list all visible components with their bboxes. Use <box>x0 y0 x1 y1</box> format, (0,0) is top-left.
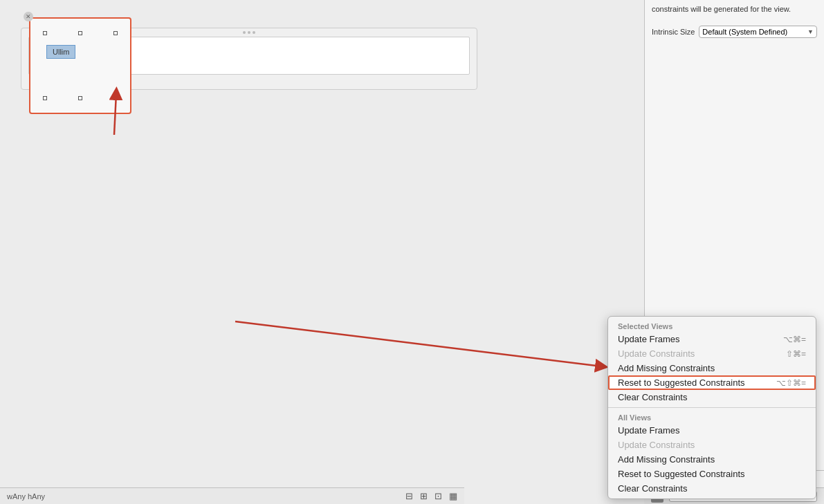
menu-item-clear-constraints[interactable]: Clear Constraints <box>608 390 816 404</box>
panel-info-text: constraints will be generated for the vi… <box>645 0 824 19</box>
intrinsic-label: Intrinsic Size <box>652 28 695 36</box>
handle-br <box>113 96 118 100</box>
size-label: wAny hAny <box>7 492 45 501</box>
menu-item-update-frames-shortcut: ⌥⌘= <box>783 335 806 344</box>
menu-item-update-constraints-label: Update Constraints <box>618 348 695 359</box>
intrinsic-size-row: Intrinsic Size Default (System Defined) … <box>645 23 824 44</box>
menu-item-all-update-constraints: Update Constraints <box>608 438 816 452</box>
menu-item-reset-suggested-shortcut: ⌥⇧⌘= <box>776 378 806 388</box>
menu-item-all-reset-suggested-label: Reset to Suggested Constraints <box>618 469 745 479</box>
intrinsic-select[interactable]: Default (System Defined) ▼ <box>699 26 817 38</box>
selected-element[interactable]: Ullim <box>46 45 75 59</box>
align-left-icon[interactable]: ⊟ <box>405 491 413 501</box>
handle-bl <box>43 96 47 100</box>
menu-item-all-add-missing-label: Add Missing Constraints <box>618 454 715 465</box>
menu-item-all-update-constraints-label: Update Constraints <box>618 440 695 450</box>
selected-thumbnail[interactable]: ✕ Ullim <box>29 17 131 114</box>
menu-item-update-constraints-shortcut: ⇧⌘= <box>786 349 806 359</box>
menu-item-all-reset-suggested[interactable]: Reset to Suggested Constraints <box>608 467 816 481</box>
align-right-icon[interactable]: ⊡ <box>434 491 442 501</box>
menu-item-all-update-frames[interactable]: Update Frames <box>608 423 816 438</box>
canvas-area: ✕ Ullim <box>0 0 644 504</box>
menu-item-all-update-frames-label: Update Frames <box>618 425 680 436</box>
handle-tr <box>113 31 118 35</box>
menu-item-reset-suggested-label: Reset to Suggested Constraints <box>618 377 745 388</box>
menu-item-reset-suggested[interactable]: Reset to Suggested Constraints ⌥⇧⌘= <box>608 375 816 390</box>
handle-bm <box>78 96 82 100</box>
handle-tm <box>78 31 82 35</box>
menu-item-clear-constraints-label: Clear Constraints <box>618 392 687 402</box>
menu-item-update-frames[interactable]: Update Frames ⌥⌘= <box>608 332 816 346</box>
menu-item-update-constraints: Update Constraints ⇧⌘= <box>608 346 816 361</box>
menu-item-update-frames-label: Update Frames <box>618 334 680 344</box>
status-bar: wAny hAny ⊟ ⊞ ⊡ ▦ <box>0 487 464 504</box>
menu-separator <box>608 407 816 408</box>
thumb-inner: Ullim <box>36 24 125 107</box>
menu-item-all-clear-constraints[interactable]: Clear Constraints <box>608 481 816 496</box>
menu-item-add-missing-label: Add Missing Constraints <box>618 363 715 373</box>
handle-tl <box>43 31 47 35</box>
align-justify-icon[interactable]: ▦ <box>449 491 457 501</box>
menu-item-all-clear-constraints-label: Clear Constraints <box>618 483 687 494</box>
menu-item-add-missing[interactable]: Add Missing Constraints <box>608 361 816 375</box>
menu-section-all-views: All Views <box>608 411 816 423</box>
context-menu: Selected Views Update Frames ⌥⌘= Update … <box>607 316 816 499</box>
intrinsic-select-value: Default (System Defined) <box>702 28 787 36</box>
close-icon[interactable]: ✕ <box>24 12 33 21</box>
menu-item-all-add-missing[interactable]: Add Missing Constraints <box>608 452 816 467</box>
element-label: Ullim <box>53 48 69 56</box>
menu-section-selected-views: Selected Views <box>608 319 816 332</box>
align-center-icon[interactable]: ⊞ <box>420 491 428 501</box>
chevron-down-icon: ▼ <box>807 28 814 35</box>
status-icons: ⊟ ⊞ ⊡ ▦ <box>405 491 457 501</box>
svg-line-2 <box>235 321 602 366</box>
